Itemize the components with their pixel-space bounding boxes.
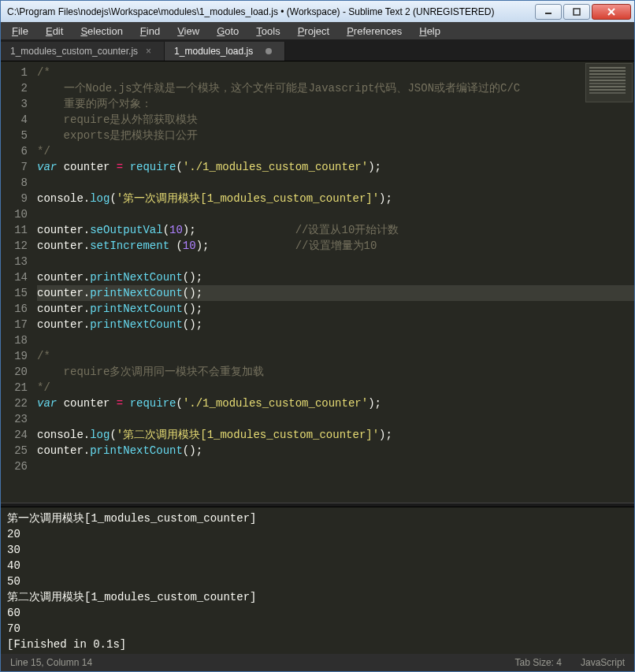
code-line[interactable]: counter.printNextCount();	[37, 269, 634, 285]
line-number: 21	[1, 380, 28, 395]
window-frame: C:\Program Files\nodejs\Workspace\module…	[0, 0, 635, 672]
code-line[interactable]: /*	[37, 348, 634, 364]
tab-label: 1_modules_custom_counter.js	[10, 46, 138, 57]
close-button[interactable]	[592, 4, 631, 20]
menu-find[interactable]: Find	[132, 24, 168, 39]
code-line[interactable]: require多次调用同一模块不会重复加载	[37, 364, 634, 380]
code-line[interactable]	[37, 332, 634, 348]
code-line[interactable]: counter.printNextCount();	[37, 317, 634, 332]
code-line[interactable]: counter.printNextCount();	[37, 443, 634, 459]
code-line[interactable]: counter.printNextCount();	[37, 285, 634, 301]
line-number: 12	[1, 238, 28, 254]
window-buttons	[535, 4, 631, 20]
line-number: 8	[1, 175, 28, 191]
line-number: 16	[1, 301, 28, 317]
line-number: 13	[1, 254, 28, 269]
line-number: 23	[1, 411, 28, 427]
code-line[interactable]	[37, 175, 634, 191]
tabbar: 1_modules_custom_counter.js×1_modules_lo…	[1, 39, 634, 61]
line-number: 14	[1, 269, 28, 285]
code-line[interactable]: require是从外部获取模块	[37, 112, 634, 128]
line-number: 22	[1, 395, 28, 411]
line-number: 26	[1, 459, 28, 474]
code-line[interactable]	[37, 411, 634, 427]
menu-help[interactable]: Help	[411, 24, 448, 39]
line-number: 11	[1, 222, 28, 238]
line-number: 20	[1, 364, 28, 380]
code-line[interactable]: counter.seOutputVal(10); //设置从10开始计数	[37, 222, 634, 238]
build-output-panel[interactable]: 第一次调用模块[1_modules_custom_counter] 20 30 …	[1, 507, 634, 654]
minimap[interactable]	[585, 63, 633, 102]
line-number: 1	[1, 65, 28, 80]
line-number: 9	[1, 191, 28, 206]
titlebar[interactable]: C:\Program Files\nodejs\Workspace\module…	[1, 1, 634, 22]
line-number: 5	[1, 128, 28, 143]
menu-edit[interactable]: Edit	[38, 24, 71, 39]
code-line[interactable]	[37, 206, 634, 222]
code-line[interactable]: counter.setIncrement (10); //设置增量为10	[37, 238, 634, 254]
status-language[interactable]: JavaScript	[581, 657, 625, 668]
code-line[interactable]: /*	[37, 65, 634, 80]
line-number: 18	[1, 332, 28, 348]
status-cursor: Line 15, Column 14	[10, 657, 92, 668]
menu-view[interactable]: View	[169, 24, 207, 39]
code-line[interactable]: exports是把模块接口公开	[37, 128, 634, 143]
statusbar: Line 15, Column 14 Tab Size: 4 JavaScrip…	[1, 654, 634, 671]
line-number: 25	[1, 443, 28, 459]
line-number: 17	[1, 317, 28, 332]
code-line[interactable]: var counter = require('./1_modules_custo…	[37, 159, 634, 175]
code-line[interactable]: */	[37, 143, 634, 159]
gutter: 1234567891011121314151617181920212223242…	[1, 61, 34, 503]
code-line[interactable]: console.log('第一次调用模块[1_modules_custom_co…	[37, 191, 634, 206]
svg-rect-1	[574, 9, 580, 15]
line-number: 15	[1, 285, 28, 301]
tab-1_modules_custom_counter-js[interactable]: 1_modules_custom_counter.js×	[1, 42, 165, 61]
line-number: 4	[1, 112, 28, 128]
line-number: 7	[1, 159, 28, 175]
menu-tools[interactable]: Tools	[248, 24, 288, 39]
code-line[interactable]: */	[37, 380, 634, 395]
line-number: 2	[1, 80, 28, 96]
tab-dirty-icon	[266, 48, 272, 54]
code-line[interactable]: var counter = require('./1_modules_custo…	[37, 395, 634, 411]
menu-goto[interactable]: Goto	[209, 24, 247, 39]
code-line[interactable]	[37, 459, 634, 474]
minimize-button[interactable]	[535, 4, 562, 20]
tab-label: 1_modules_load.js	[174, 46, 253, 57]
line-number: 6	[1, 143, 28, 159]
code[interactable]: /* 一个Node.js文件就是一个模块，这个文件可能是Javascript代码…	[34, 61, 634, 503]
window-title: C:\Program Files\nodejs\Workspace\module…	[4, 6, 535, 17]
code-line[interactable]: 重要的两个对象：	[37, 96, 634, 112]
status-tabsize[interactable]: Tab Size: 4	[515, 657, 562, 668]
tab-1_modules_load-js[interactable]: 1_modules_load.js	[165, 42, 285, 61]
menubar: FileEditSelectionFindViewGotoToolsProjec…	[1, 22, 634, 39]
menu-file[interactable]: File	[4, 24, 36, 39]
menu-selection[interactable]: Selection	[72, 24, 130, 39]
editor-wrap: 1234567891011121314151617181920212223242…	[1, 61, 634, 654]
code-line[interactable]: counter.printNextCount();	[37, 301, 634, 317]
line-number: 24	[1, 427, 28, 443]
line-number: 3	[1, 96, 28, 112]
line-number: 10	[1, 206, 28, 222]
code-line[interactable]: 一个Node.js文件就是一个模块，这个文件可能是Javascript代码、JS…	[37, 80, 634, 96]
code-line[interactable]: console.log('第二次调用模块[1_modules_custom_co…	[37, 427, 634, 443]
code-area[interactable]: 1234567891011121314151617181920212223242…	[1, 61, 634, 503]
menu-preferences[interactable]: Preferences	[339, 24, 410, 39]
maximize-button[interactable]	[563, 4, 590, 20]
line-number: 19	[1, 348, 28, 364]
tab-close-icon[interactable]: ×	[146, 46, 151, 57]
code-line[interactable]	[37, 254, 634, 269]
menu-project[interactable]: Project	[290, 24, 337, 39]
